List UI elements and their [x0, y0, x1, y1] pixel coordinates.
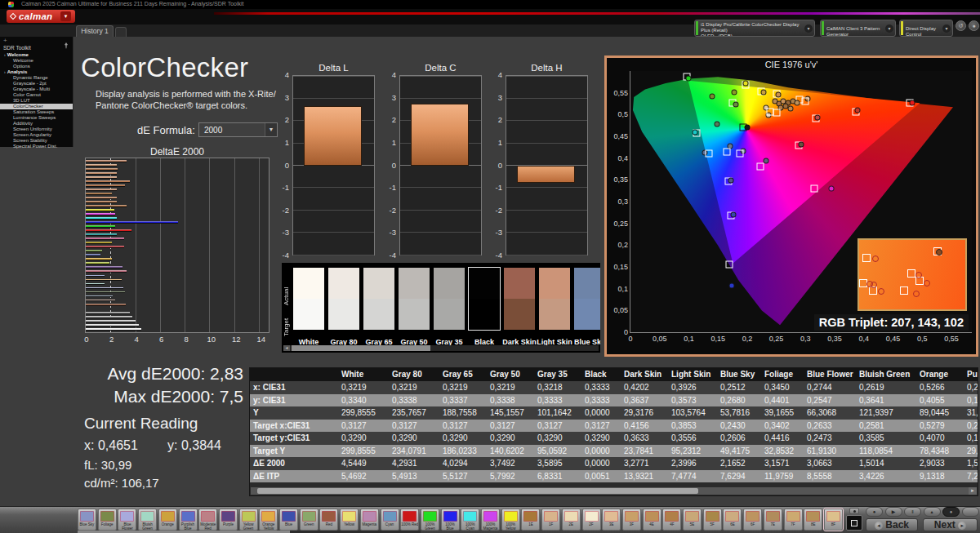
sidebar-item-screen-stability[interactable]: Screen Stability [0, 138, 73, 144]
pattern-swatch-magenta[interactable]: Magenta [360, 509, 379, 531]
pattern-swatch-orange[interactable]: Orange [158, 509, 177, 531]
pattern-swatch-bluish-green[interactable]: Bluish Green [138, 509, 157, 531]
y-tick-label: 0 [624, 328, 628, 336]
deltae-bar [86, 312, 130, 314]
pattern-swatch-blue[interactable]: Blue [279, 509, 298, 531]
swatch-strip-scrollbar[interactable]: ◄ [283, 345, 599, 351]
transport-button-2[interactable]: ▶ [885, 507, 902, 517]
window-titlebar[interactable]: Calman 2025 Calman Ultimate for Business… [0, 0, 980, 9]
pattern-swatch-cyan[interactable]: Cyan [381, 509, 399, 531]
sidebar-group-welcome[interactable]: ›Welcome [0, 52, 73, 58]
scrollbar-thumb[interactable] [292, 345, 430, 351]
transport-button-6[interactable] [962, 507, 979, 517]
pattern-swatch-orange-yellow[interactable]: Orange Yellow [259, 509, 278, 531]
pattern-swatch-100-yellow[interactable]: 100% Yellow [501, 509, 520, 531]
next-button[interactable]: Next ► [923, 518, 978, 531]
pattern-swatch-3f[interactable]: 3F [622, 509, 641, 531]
sidebar-item-welcome[interactable]: Welcome [0, 58, 73, 64]
pattern-swatch-8e[interactable]: 8E [804, 509, 822, 531]
swatch-label: Purplish Blue [180, 522, 197, 531]
pattern-swatch-6e[interactable]: 6E [723, 509, 742, 531]
scroll-left-icon[interactable]: ◄ [283, 345, 290, 351]
x-tick-label: 0,15 [710, 335, 725, 343]
pattern-swatch-100-blue[interactable]: 100% Blue [441, 509, 460, 531]
expand-icon[interactable]: + [3, 37, 7, 44]
y-tick-label: 3 [380, 93, 396, 102]
swatch-label: 4F [663, 522, 680, 531]
sidebar-item-screen-uniformity[interactable]: Screen Uniformity [0, 127, 73, 132]
back-button[interactable]: ◄ Back [866, 518, 918, 531]
swatch-color [585, 511, 599, 522]
sidebar-item-color-gamut[interactable]: Color Gamut [0, 92, 73, 98]
pattern-swatch-7f[interactable]: 7F [784, 509, 803, 531]
pattern-swatch-blue-flower[interactable]: Blue Flower [118, 509, 136, 531]
stop-button[interactable] [846, 515, 862, 531]
scroll-right-icon[interactable]: ► [969, 487, 977, 495]
meter-button-3[interactable]: Direct Display Control▾ [899, 20, 953, 37]
de-formula-dropdown[interactable]: 2000 ▼ [198, 122, 278, 137]
pattern-swatch-4f[interactable]: 4F [662, 509, 681, 531]
sidebar-item-screen-angularity[interactable]: Screen Angularity [0, 132, 73, 138]
transport-button-3[interactable]: ‖ [904, 507, 921, 517]
pattern-swatch-yellow-green[interactable]: Yellow Green [239, 509, 258, 531]
transport-button-5[interactable]: ● [942, 507, 960, 517]
sidebar-item-dynamic-range[interactable]: Dynamic Range [0, 75, 73, 81]
sidebar-item-grayscale-multi[interactable]: Grayscale - Multi [0, 87, 73, 92]
tab-stub[interactable] [115, 27, 127, 37]
table-cell: 0,3127 [389, 420, 439, 433]
info-button[interactable]: ● [969, 20, 979, 31]
sidebar-item-spectral-power-dist-[interactable]: Spectral Power Dist. [0, 144, 73, 149]
pattern-swatch-100-green[interactable]: 100% Green [421, 509, 439, 531]
sidebar-item-luminance-sweeps[interactable]: Luminance Sweeps [0, 115, 73, 121]
table-cell: 0,2744 [804, 381, 856, 394]
pattern-swatch-foliage[interactable]: Foliage [98, 509, 117, 531]
sidebar-item-saturation-sweeps[interactable]: Saturation Sweeps [0, 109, 73, 115]
measured-marker [794, 100, 800, 106]
pattern-swatch-100-red[interactable]: 100% Red [400, 509, 419, 531]
pattern-swatch-3e[interactable]: 3E [602, 509, 621, 531]
gridline [506, 120, 587, 121]
pattern-swatch-red[interactable]: Red [319, 509, 338, 531]
pattern-swatch-100-cyan[interactable]: 100% Cyan [461, 509, 479, 531]
transport-button-1[interactable]: ● [866, 507, 883, 517]
table-cell: 0,3556 [668, 432, 717, 445]
swatch-label: 100% Yellow [502, 522, 519, 531]
meter-mini-button[interactable] [849, 508, 859, 514]
sidebar-item-additivity[interactable]: Additivity [0, 121, 73, 127]
pattern-swatch-yellow[interactable]: Yellow [340, 509, 359, 531]
table-cell: 3,5895 [534, 457, 581, 470]
pattern-swatch-1f[interactable]: 1F [541, 509, 560, 531]
sidebar-item-grayscale-2pt[interactable]: Grayscale - 2pt [0, 81, 73, 87]
pattern-swatch-green[interactable]: Green [300, 509, 318, 531]
tab-history-1[interactable]: History 1 [76, 25, 114, 37]
pattern-swatch-1e[interactable]: 1E [521, 509, 540, 531]
deltae-bar [86, 254, 100, 256]
pattern-swatch-2f[interactable]: 2F [582, 509, 601, 531]
pin-icon[interactable] [64, 38, 69, 52]
sidebar-item-3d-lut[interactable]: 3D LUT [0, 98, 73, 104]
transport-button-4[interactable]: ▴ [924, 507, 941, 517]
pattern-swatch-moderate-red[interactable]: Moderate Red [198, 509, 217, 531]
swatch-label: Purple [220, 522, 237, 531]
sidebar-item-options[interactable]: Options [0, 64, 73, 69]
meter-button-2[interactable]: CalMAN Client 3 Pattern Generator▾ [820, 20, 896, 37]
pattern-swatch-blue-sky[interactable]: Blue Sky [78, 509, 96, 531]
pattern-swatch-4e[interactable]: 4E [643, 509, 662, 531]
pattern-swatch-100-magenta[interactable]: 100% Magenta [481, 509, 500, 531]
pattern-swatch-5e[interactable]: 5E [683, 509, 702, 531]
pattern-swatch-5f[interactable]: 5F [703, 509, 722, 531]
refresh-button[interactable]: ↺ [956, 20, 966, 31]
pattern-swatch-purple[interactable]: Purple [219, 509, 238, 531]
meter-button-1[interactable]: i1 Display Pro/Calibrite ColorChecker Di… [694, 20, 815, 37]
pattern-swatch-6f[interactable]: 6F [743, 509, 762, 531]
sidebar-item-colorchecker[interactable]: ColorChecker [0, 104, 73, 109]
table-cell: 0,3338 [389, 394, 439, 407]
pattern-swatch-7e[interactable]: 7E [764, 509, 782, 531]
sidebar-group-analysis[interactable]: ›Analysis [0, 69, 73, 75]
pattern-swatch-2e[interactable]: 2E [562, 509, 581, 531]
table-scrollbar-thumb[interactable] [257, 488, 698, 494]
calman-menu-caret[interactable]: ▾ [60, 11, 71, 21]
table-scrollbar[interactable]: ► [251, 487, 977, 495]
pattern-swatch-8f[interactable]: 8F [824, 509, 843, 531]
pattern-swatch-purplish-blue[interactable]: Purplish Blue [179, 509, 198, 531]
